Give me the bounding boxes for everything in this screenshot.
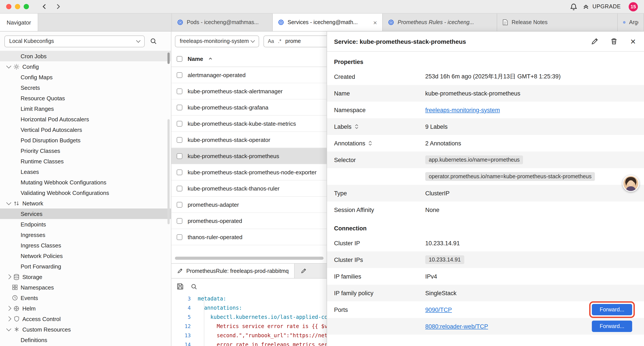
back-button[interactable]: [40, 2, 49, 11]
row-checkbox[interactable]: [177, 88, 182, 94]
select-all-checkbox[interactable]: [177, 56, 182, 61]
sidebar-item-config-maps[interactable]: Config Maps: [0, 72, 171, 82]
match-case-toggle[interactable]: Aa: [268, 38, 274, 44]
table-row[interactable]: prometheus-operated: [172, 213, 327, 229]
upgrade-button[interactable]: UPGRADE: [583, 3, 621, 10]
zoom-window-button[interactable]: [24, 4, 29, 9]
table-row[interactable]: kube-prometheus-stack-kube-state-metrics: [172, 116, 327, 132]
sidebar-item-events[interactable]: Events: [0, 293, 171, 303]
sort-ascending-icon[interactable]: [208, 56, 213, 61]
sidebar-item-cron-jobs[interactable]: Cron Jobs: [0, 51, 171, 61]
row-checkbox[interactable]: [177, 137, 182, 143]
table-row[interactable]: kube-prometheus-stack-alertmanager: [172, 83, 327, 99]
user-avatar[interactable]: [622, 175, 639, 192]
regex-toggle[interactable]: .*: [278, 38, 281, 44]
sidebar-group-custom-resources[interactable]: Custom Resources: [0, 324, 171, 335]
search-icon[interactable]: [150, 38, 157, 45]
close-drawer-button[interactable]: ×: [629, 37, 638, 46]
notification-count-badge[interactable]: 15: [629, 2, 638, 11]
minimize-window-button[interactable]: [15, 4, 20, 9]
table-row[interactable]: kube-prometheus-stack-operator: [172, 132, 327, 148]
name-column-header[interactable]: Name: [188, 55, 203, 62]
table-row[interactable]: kube-prometheus-stack-thanos-ruler: [172, 180, 327, 197]
row-checkbox[interactable]: [177, 234, 182, 240]
sidebar-item-network-policies[interactable]: Network Policies: [0, 251, 171, 261]
sidebar-item-port-forwarding[interactable]: Port Forwarding: [0, 261, 171, 272]
forward-port-button[interactable]: Forward...: [592, 304, 632, 315]
sidebar-item-horizontal-pod-autoscalers[interactable]: Horizontal Pod Autoscalers: [0, 114, 171, 124]
sidebar-item-ingresses[interactable]: Ingresses: [0, 230, 171, 240]
save-icon[interactable]: [177, 283, 184, 290]
close-window-button[interactable]: [6, 4, 12, 9]
row-checkbox[interactable]: [177, 104, 182, 110]
sidebar-item-secrets[interactable]: Secrets: [0, 82, 171, 93]
sidebar-item-services[interactable]: Services: [0, 209, 171, 219]
sidebar-group-access-control[interactable]: Access Control: [0, 314, 171, 324]
sidebar-item-ingress-classes[interactable]: Ingress Classes: [0, 240, 171, 251]
sidebar-item-vertical-pod-autoscalers[interactable]: Vertical Pod Autoscalers: [0, 124, 171, 135]
service-name: kube-prometheus-stack-prometheus-node-ex…: [188, 169, 316, 175]
property-value[interactable]: 2 Annotations: [425, 140, 638, 146]
forward-port-button[interactable]: Forward...: [592, 321, 632, 332]
yaml-editor[interactable]: 3metadata: 4 annotations: 5 kubectl.kube…: [172, 294, 327, 346]
filter-search-input[interactable]: Aa .* prome: [264, 35, 327, 47]
table-row[interactable]: thanos-ruler-operated: [172, 229, 327, 245]
forward-button[interactable]: [54, 2, 63, 11]
notifications-button[interactable]: [569, 2, 578, 11]
sidebar-item-namespaces[interactable]: Namespaces: [0, 282, 171, 293]
row-checkbox[interactable]: [177, 153, 182, 159]
tab-services[interactable]: Services - icecheng@math... ×: [273, 13, 383, 31]
row-checkbox[interactable]: [177, 202, 182, 207]
sidebar-group-config[interactable]: Config: [0, 61, 171, 72]
property-value[interactable]: 9 Labels: [425, 123, 638, 130]
port-link[interactable]: 8080:reloader-web/TCP: [425, 323, 488, 330]
sidebar-scrollbar-thumb[interactable]: [168, 52, 170, 64]
table-row-selected[interactable]: kube-prometheus-stack-prometheus: [172, 148, 327, 164]
namespace-selector-value: freeleaps-monitoring-system: [180, 38, 249, 44]
editor-tab-partial[interactable]: [295, 264, 327, 278]
tab-release-notes[interactable]: Release Notes: [497, 13, 618, 31]
tab-argo[interactable]: Argo S...: [618, 13, 644, 31]
table-row[interactable]: prometheus-adapter: [172, 197, 327, 213]
row-checkbox[interactable]: [177, 72, 182, 78]
delete-button[interactable]: [609, 37, 618, 46]
sidebar-item-limit-ranges[interactable]: Limit Ranges: [0, 103, 171, 114]
navigator-tab[interactable]: Navigator: [0, 13, 38, 31]
table-row[interactable]: kube-prometheus-stack-grafana: [172, 99, 327, 116]
expand-collapse-icon[interactable]: [368, 141, 372, 146]
horizontal-scrollbar[interactable]: [175, 257, 324, 260]
sidebar-item-leases[interactable]: Leases: [0, 166, 171, 177]
sidebar-item-resource-quotas[interactable]: Resource Quotas: [0, 93, 171, 103]
kubeconfig-selector-value: Local Kubeconfigs: [9, 38, 54, 44]
close-tab-icon[interactable]: ×: [370, 19, 377, 26]
row-checkbox[interactable]: [177, 185, 182, 191]
tab-label: Pods - icecheng@mathmas...: [187, 19, 259, 25]
sidebar-item-pod-disruption-budgets[interactable]: Pod Disruption Budgets: [0, 135, 171, 145]
sidebar-group-network[interactable]: Network: [0, 198, 171, 209]
sidebar-item-mutating-webhook-configurations[interactable]: Mutating Webhook Configurations: [0, 177, 171, 187]
edit-button[interactable]: [590, 37, 599, 46]
namespace-link[interactable]: freeleaps-monitoring-system: [425, 107, 500, 113]
editor-tab-prometheusrule[interactable]: PrometheusRule: freeleaps-prod-rabbitmq: [172, 264, 295, 278]
namespace-selector[interactable]: freeleaps-monitoring-system: [175, 35, 259, 47]
sidebar-group-helm[interactable]: Helm: [0, 303, 171, 314]
sidebar-item-validating-webhook-configurations[interactable]: Validating Webhook Configurations: [0, 187, 171, 198]
sidebar-item-runtime-classes[interactable]: Runtime Classes: [0, 156, 171, 166]
expand-collapse-icon[interactable]: [355, 124, 358, 129]
sidebar-item-definitions[interactable]: Definitions: [0, 335, 171, 345]
sidebar-scrollbar-track[interactable]: [168, 119, 170, 224]
property-label: Labels: [334, 123, 352, 130]
tab-prometheus-rules[interactable]: Prometheus Rules - icecheng...: [383, 13, 497, 31]
sidebar-item-endpoints[interactable]: Endpoints: [0, 219, 171, 230]
sidebar-item-priority-classes[interactable]: Priority Classes: [0, 145, 171, 156]
row-checkbox[interactable]: [177, 169, 182, 175]
table-row[interactable]: kube-prometheus-stack-prometheus-node-ex…: [172, 164, 327, 180]
row-checkbox[interactable]: [177, 218, 182, 224]
row-checkbox[interactable]: [177, 121, 182, 126]
tab-pods[interactable]: Pods - icecheng@mathmas...: [172, 13, 273, 31]
table-row[interactable]: alertmanager-operated: [172, 67, 327, 83]
port-link[interactable]: 9090/TCP: [425, 306, 452, 313]
search-icon[interactable]: [191, 283, 197, 290]
sidebar-group-storage[interactable]: Storage: [0, 272, 171, 282]
kubeconfig-selector[interactable]: Local Kubeconfigs: [4, 35, 145, 47]
